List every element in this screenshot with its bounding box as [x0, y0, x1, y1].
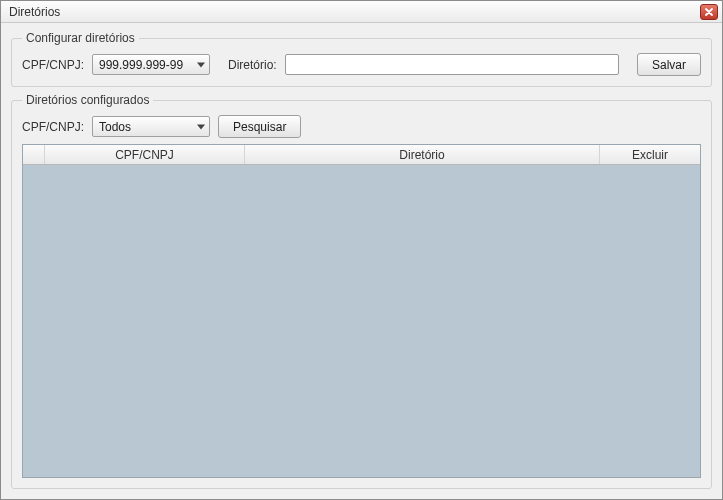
- search-button-label: Pesquisar: [233, 120, 286, 134]
- cpf-label: CPF/CNPJ:: [22, 58, 84, 72]
- configure-group: Configurar diretórios CPF/CNPJ: 999.999.…: [11, 31, 712, 87]
- chevron-down-icon: [197, 124, 205, 129]
- dialog-window: Diretórios Configurar diretórios CPF/CNP…: [0, 0, 723, 500]
- save-button-label: Salvar: [652, 58, 686, 72]
- col-excluir[interactable]: Excluir: [600, 145, 700, 164]
- col-blank[interactable]: [23, 145, 45, 164]
- cpf-select-value: 999.999.999-99: [99, 58, 183, 72]
- configured-legend: Diretórios configurados: [22, 93, 153, 107]
- search-button[interactable]: Pesquisar: [218, 115, 301, 138]
- search-row: CPF/CNPJ: Todos Pesquisar: [22, 115, 701, 138]
- window-title: Diretórios: [9, 5, 60, 19]
- close-button[interactable]: [700, 4, 718, 20]
- dir-label: Diretório:: [228, 58, 277, 72]
- save-button[interactable]: Salvar: [637, 53, 701, 76]
- dialog-content: Configurar diretórios CPF/CNPJ: 999.999.…: [1, 23, 722, 499]
- chevron-down-icon: [197, 62, 205, 67]
- results-table: CPF/CNPJ Diretório Excluir: [22, 144, 701, 478]
- table-body: [23, 165, 700, 477]
- table-header: CPF/CNPJ Diretório Excluir: [23, 145, 700, 165]
- col-cpf[interactable]: CPF/CNPJ: [45, 145, 245, 164]
- cpf-select[interactable]: 999.999.999-99: [92, 54, 210, 75]
- filter-select[interactable]: Todos: [92, 116, 210, 137]
- filter-cpf-label: CPF/CNPJ:: [22, 120, 84, 134]
- filter-select-value: Todos: [99, 120, 131, 134]
- col-dir[interactable]: Diretório: [245, 145, 600, 164]
- dir-input[interactable]: [285, 54, 619, 75]
- close-icon: [704, 7, 714, 17]
- configured-group: Diretórios configurados CPF/CNPJ: Todos …: [11, 93, 712, 489]
- configure-row: CPF/CNPJ: 999.999.999-99 Diretório: Salv…: [22, 53, 701, 76]
- titlebar: Diretórios: [1, 1, 722, 23]
- configure-legend: Configurar diretórios: [22, 31, 139, 45]
